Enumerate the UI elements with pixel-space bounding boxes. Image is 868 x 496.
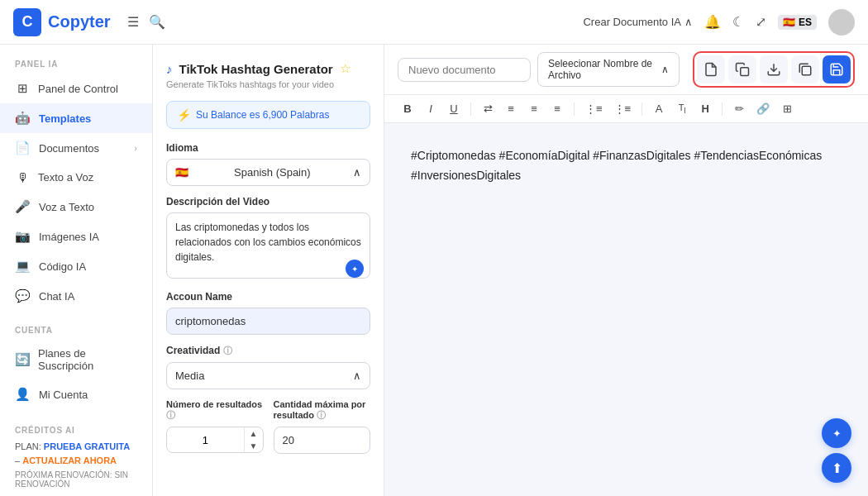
doc-name-input[interactable] xyxy=(398,58,531,82)
file-selector-button[interactable]: Seleecionar Nombre de Archivo ∧ xyxy=(537,52,680,87)
new-document-button[interactable] xyxy=(697,55,725,83)
sidebar-item-templates[interactable]: 🤖 Templates xyxy=(0,103,152,133)
copy-document-button[interactable] xyxy=(728,55,756,83)
cantidad-col: Cantidad máxima por resultado ⓘ xyxy=(274,399,371,454)
panel-ia-label: PANEL IA xyxy=(0,45,152,74)
ai-badge: ✦ xyxy=(346,260,364,278)
bold-button[interactable]: B xyxy=(398,100,417,117)
idioma-label: Idioma xyxy=(166,142,370,154)
codigo-icon: 💻 xyxy=(15,259,31,274)
sidebar-item-panel-control[interactable]: ⊞ Panel de Control xyxy=(0,74,152,103)
sidebar-item-imagenes-ia[interactable]: 📷 Imágenes IA xyxy=(0,222,152,251)
numero-down-button[interactable]: ▼ xyxy=(245,440,263,452)
underline-button[interactable]: U xyxy=(444,100,464,117)
moon-icon: ☾ xyxy=(732,14,744,30)
numero-arrows: ▲ ▼ xyxy=(244,427,263,452)
numero-input-wrap: 1 ▲ ▼ xyxy=(166,427,264,453)
descripcion-textarea[interactable]: Las criptomonedas y todos los relacionad… xyxy=(166,212,370,279)
plan-sep: – xyxy=(15,455,22,465)
link-button[interactable]: 🔗 xyxy=(752,100,774,117)
flag-icon: 🇪🇸 xyxy=(783,17,795,28)
sidebar-item-label: Templates xyxy=(39,112,91,125)
download-document-button[interactable] xyxy=(760,55,788,83)
lang-code: ES xyxy=(799,17,812,28)
scroll-to-top-button[interactable]: ⬆ xyxy=(822,453,851,483)
paint-button[interactable]: ✏ xyxy=(729,100,749,117)
align-right-button[interactable]: ≡ xyxy=(524,100,544,117)
numero-value: 1 xyxy=(167,428,244,452)
menu-toggle-button[interactable]: ☰ xyxy=(127,14,139,30)
file-selector-label: Seleecionar Nombre de Archivo xyxy=(548,58,658,81)
save-document-button[interactable] xyxy=(823,55,851,83)
expand-icon: ⤢ xyxy=(756,14,766,30)
editor-content[interactable]: #Criptomonedas #EconomíaDigital #Finanza… xyxy=(411,146,842,186)
heading-button[interactable]: H xyxy=(695,100,715,117)
svg-rect-2 xyxy=(802,66,811,75)
main-content: ♪ TikTok Hashtag Generator ☆ Generate Ti… xyxy=(153,45,868,496)
logo[interactable]: C Copyter xyxy=(13,8,111,36)
body-wrap: PANEL IA ⊞ Panel de Control 🤖 Templates … xyxy=(0,45,868,496)
toolbar-divider-2 xyxy=(574,103,575,116)
italic-button[interactable]: I xyxy=(421,100,441,117)
align-left-button[interactable]: ⇄ xyxy=(478,100,498,117)
unordered-list-button[interactable]: ⋮≡ xyxy=(610,100,636,117)
voz-texto-icon: 🎤 xyxy=(15,199,31,214)
avatar[interactable] xyxy=(828,9,855,36)
dark-mode-button[interactable]: ☾ xyxy=(732,14,744,30)
notification-button[interactable]: 🔔 xyxy=(704,14,721,30)
star-icon[interactable]: ☆ xyxy=(340,61,351,76)
sidebar-item-chat-ia[interactable]: 💬 Chat IA xyxy=(0,281,152,311)
panel-subtitle: Generate TikToks hashtags for your video xyxy=(166,79,370,89)
accoun-input[interactable] xyxy=(166,308,370,335)
descripcion-label: Descripción del Video xyxy=(166,196,370,207)
sidebar-item-label: Documentos xyxy=(39,142,99,155)
templates-icon: 🤖 xyxy=(15,111,31,126)
sidebar-item-codigo-ia[interactable]: 💻 Código IA xyxy=(0,251,152,281)
creatividad-label: Creatividad ⓘ xyxy=(166,345,370,357)
plan-update-link[interactable]: ACTUALIZAR AHORA xyxy=(22,455,117,465)
font-size-button[interactable]: Tl xyxy=(672,100,692,117)
panel-title: TikTok Hashtag Generator xyxy=(179,62,333,76)
language-select[interactable]: 🇪🇸 Spanish (Spain) ∧ xyxy=(166,159,370,186)
ordered-list-button[interactable]: ⋮≡ xyxy=(581,100,607,117)
search-button[interactable]: 🔍 xyxy=(149,14,165,30)
sidebar: PANEL IA ⊞ Panel de Control 🤖 Templates … xyxy=(0,45,153,496)
chevron-up-icon: ∧ xyxy=(353,166,361,179)
menu-icon: ☰ xyxy=(127,14,139,30)
crear-documento-button[interactable]: Crear Documento IA ∧ xyxy=(583,16,693,28)
imagenes-icon: 📷 xyxy=(15,229,31,244)
cantidad-input[interactable] xyxy=(274,427,371,454)
ai-float-button[interactable]: ✦ xyxy=(822,418,851,448)
numero-up-button[interactable]: ▲ xyxy=(245,427,263,440)
numero-info-icon[interactable]: ⓘ xyxy=(166,410,175,420)
search-icon: 🔍 xyxy=(149,14,165,30)
justify-button[interactable]: ≡ xyxy=(547,100,567,117)
cuenta-icon: 👤 xyxy=(15,387,31,402)
font-a-button[interactable]: A xyxy=(649,100,669,117)
expand-button[interactable]: ⤢ xyxy=(756,14,766,30)
sidebar-item-voz-a-texto[interactable]: 🎤 Voz a Texto xyxy=(0,192,152,222)
cantidad-info-icon[interactable]: ⓘ xyxy=(317,410,326,420)
numero-col: Número de resultados ⓘ 1 ▲ ▼ xyxy=(166,399,264,454)
ai-float-icon: ✦ xyxy=(832,427,842,440)
scroll-top-icon: ⬆ xyxy=(832,460,842,476)
table-button[interactable]: ⊞ xyxy=(777,100,797,117)
align-center-button[interactable]: ≡ xyxy=(501,100,521,117)
sidebar-item-texto-a-voz[interactable]: 🎙 Texto a Voz xyxy=(0,163,152,192)
sidebar-item-planes[interactable]: 🔄 Planes de Suscripción xyxy=(0,340,152,379)
chevron-up-icon: ∧ xyxy=(661,64,669,75)
creatividad-select[interactable]: Media ∧ xyxy=(166,362,370,389)
sidebar-item-label: Planes de Suscripción xyxy=(38,347,137,372)
sidebar-item-documentos[interactable]: 📄 Documentos › xyxy=(0,133,152,163)
editor-toolbar-top: Seleecionar Nombre de Archivo ∧ xyxy=(384,45,868,95)
sidebar-item-mi-cuenta[interactable]: 👤 Mi Cuenta xyxy=(0,379,152,409)
creatividad-info-icon[interactable]: ⓘ xyxy=(223,346,232,355)
language-badge[interactable]: 🇪🇸 ES xyxy=(778,15,817,30)
sidebar-item-label: Mi Cuenta xyxy=(39,389,88,401)
duplicate-document-button[interactable] xyxy=(791,55,819,83)
ai-icon: ✦ xyxy=(351,265,358,274)
plan-link[interactable]: PRUEBA GRATUITA xyxy=(44,441,130,451)
chat-icon: 💬 xyxy=(15,289,31,303)
bolt-icon: ⚡ xyxy=(177,108,191,122)
sidebar-item-label: Voz a Texto xyxy=(39,201,94,213)
